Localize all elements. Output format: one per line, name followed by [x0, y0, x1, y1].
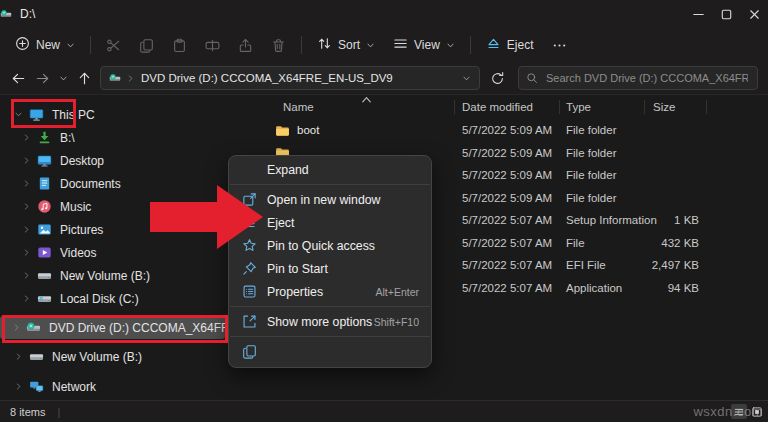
chevron-right-icon[interactable]: [20, 133, 32, 142]
column-header-size[interactable]: Size: [645, 100, 707, 114]
chevron-right-icon[interactable]: [20, 225, 32, 234]
cut-button[interactable]: [100, 32, 127, 58]
menu-item-pin-to-start[interactable]: Pin to Start: [229, 257, 431, 280]
column-header-type[interactable]: Type: [560, 100, 645, 114]
menu-item-properties[interactable]: Properties Alt+Enter: [229, 280, 431, 303]
sidebar-item-dvd-drive-d-cccoma-x64fre-en-us-dv9[interactable]: DVD Drive (D:) CCCOMA_X64FRE_EN-US_DV9: [0, 316, 225, 339]
close-button[interactable]: [740, 0, 768, 28]
dvd-drive-icon: [26, 320, 41, 335]
forward-button[interactable]: [30, 65, 54, 91]
sidebar-item-music[interactable]: Music: [0, 195, 255, 218]
back-icon: [11, 71, 26, 86]
delete-button[interactable]: [265, 32, 292, 58]
menu-item-label: Pin to Quick access: [267, 239, 419, 253]
file-date-modified: 5/7/2022 5:09 AM: [455, 147, 560, 159]
sidebar-item-label: New Volume (B:): [60, 269, 150, 283]
desktop-icon: [37, 153, 52, 168]
column-header-name[interactable]: Name: [255, 100, 455, 114]
sidebar-item-desktop[interactable]: Desktop: [0, 149, 255, 172]
file-date-modified: 5/7/2022 5:09 AM: [455, 192, 560, 204]
chevron-down-icon: [366, 41, 375, 50]
address-bar[interactable]: DVD Drive (D:) CCCOMA_X64FRE_EN-US_DV9: [100, 66, 480, 90]
maximize-button[interactable]: [712, 0, 740, 28]
eject-button[interactable]: Eject: [477, 32, 543, 58]
sidebar-item-label: Videos: [60, 246, 96, 260]
chevron-right-icon[interactable]: [20, 248, 32, 257]
local-disk-icon: [37, 291, 52, 306]
chevron-right-icon[interactable]: [12, 382, 24, 391]
file-size: 432 KB: [645, 237, 707, 249]
chevron-right-icon[interactable]: [20, 156, 32, 165]
sort-button[interactable]: Sort: [308, 32, 384, 58]
view-button[interactable]: View: [384, 32, 464, 58]
chevron-right-icon[interactable]: [12, 323, 21, 332]
sidebar-item-this-pc[interactable]: This PC: [0, 103, 255, 126]
sidebar-item-new-volume-b[interactable]: New Volume (B:): [0, 264, 255, 287]
thumbnails-view-button[interactable]: [749, 404, 765, 419]
view-button-label: View: [414, 38, 440, 52]
search-input[interactable]: [544, 71, 750, 85]
sort-ascending-icon: [359, 92, 374, 107]
network-icon: [29, 379, 44, 394]
file-date-modified: 5/7/2022 5:09 AM: [455, 124, 560, 136]
chevron-down-icon[interactable]: [12, 110, 24, 119]
eject-icon: [241, 215, 257, 230]
videos-icon: [37, 245, 52, 260]
menu-item-expand[interactable]: Expand: [229, 158, 431, 181]
eject-button-label: Eject: [507, 38, 534, 52]
chevron-right-icon[interactable]: [20, 179, 32, 188]
sidebar-item-videos[interactable]: Videos: [0, 241, 255, 264]
menu-item-copy[interactable]: [229, 340, 431, 363]
chevron-right-icon[interactable]: [20, 202, 32, 211]
breadcrumb[interactable]: DVD Drive (D:) CCCOMA_X64FRE_EN-US_DV9: [141, 72, 462, 84]
view-icon: [393, 36, 408, 51]
sidebar-item-label: Local Disk (C:): [60, 292, 139, 306]
chevron-down-icon: [66, 41, 75, 50]
search-box[interactable]: [518, 66, 758, 90]
up-button[interactable]: [72, 65, 96, 91]
more-options-button[interactable]: [546, 32, 573, 58]
details-view-button[interactable]: [731, 404, 747, 419]
new-button-label: New: [36, 38, 60, 52]
chevron-right-icon[interactable]: [20, 294, 32, 303]
show-more-icon: [241, 314, 257, 329]
rename-button[interactable]: [199, 32, 226, 58]
pin-to-start-icon: [241, 261, 257, 276]
folder-icon: [275, 123, 290, 138]
address-dropdown-icon[interactable]: [462, 74, 471, 83]
copy-icon: [241, 344, 257, 359]
menu-item-open-in-new-window[interactable]: Open in new window: [229, 188, 431, 211]
navigation-bar: DVD Drive (D:) CCCOMA_X64FRE_EN-US_DV9: [0, 62, 768, 95]
chevron-right-icon[interactable]: [20, 271, 32, 280]
file-date-modified: 5/7/2022 5:09 AM: [455, 169, 560, 181]
chevron-down-icon: [59, 74, 68, 83]
paste-button[interactable]: [166, 32, 193, 58]
breadcrumb-separator-icon: [126, 74, 135, 83]
sidebar-item-local-disk-c[interactable]: Local Disk (C:): [0, 287, 255, 310]
menu-item-pin-to-quick-access[interactable]: Pin to Quick access: [229, 234, 431, 257]
menu-item-eject[interactable]: Eject: [229, 211, 431, 234]
sidebar-item-documents[interactable]: Documents: [0, 172, 255, 195]
file-row-boot[interactable]: boot 5/7/2022 5:09 AM File folder: [255, 119, 768, 142]
back-button[interactable]: [6, 65, 30, 91]
new-button[interactable]: New: [6, 32, 84, 58]
column-headers: Name Date modified Type Size: [255, 97, 768, 117]
minimize-button[interactable]: [684, 0, 712, 28]
sidebar-item-b[interactable]: B:\: [0, 126, 255, 149]
menu-separator: [230, 306, 430, 307]
menu-separator: [230, 336, 430, 337]
file-explorer-window: D:\ New Sort View Eject DVD Drive (D:) C…: [0, 0, 768, 422]
file-type: File: [560, 237, 645, 249]
menu-item-show-more-options[interactable]: Show more options Shift+F10: [229, 310, 431, 333]
chevron-right-icon[interactable]: [12, 352, 24, 361]
column-header-date-modified[interactable]: Date modified: [455, 100, 560, 114]
recent-locations-button[interactable]: [54, 65, 72, 91]
sidebar-item-pictures[interactable]: Pictures: [0, 218, 255, 241]
file-date-modified: 5/7/2022 5:07 AM: [455, 214, 560, 226]
sidebar-item-network[interactable]: Network: [0, 375, 255, 398]
copy-button[interactable]: [133, 32, 160, 58]
sidebar-item-new-volume-b[interactable]: New Volume (B:): [0, 345, 255, 368]
share-button[interactable]: [232, 32, 259, 58]
chevron-down-icon: [446, 41, 455, 50]
refresh-button[interactable]: [486, 66, 508, 90]
